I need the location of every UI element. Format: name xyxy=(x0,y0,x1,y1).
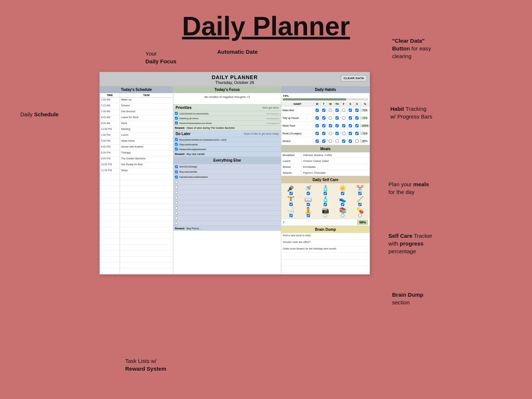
schedule-time xyxy=(100,198,120,203)
everything-checkbox[interactable] xyxy=(175,186,178,189)
habit-checkbox[interactable] xyxy=(355,109,359,112)
priority-checkbox[interactable] xyxy=(175,121,178,124)
selfcare-checkbox[interactable] xyxy=(289,214,293,217)
habit-check-2 xyxy=(327,114,334,121)
habit-checkbox[interactable] xyxy=(335,109,339,112)
habit-checkbox[interactable] xyxy=(322,116,325,120)
everything-checkbox[interactable] xyxy=(175,170,178,173)
schedule-task xyxy=(120,198,173,203)
everything-checkbox[interactable] xyxy=(175,196,178,199)
meal-type: Lunch xyxy=(281,159,302,163)
everything-checkbox[interactable] xyxy=(175,181,178,184)
schedule-time: 1:00 PM xyxy=(100,133,120,138)
everything-checkbox[interactable] xyxy=(175,191,178,194)
focus-header: Today's Focus xyxy=(173,86,281,93)
habits-col-s1: S xyxy=(347,102,354,106)
habit-checkbox[interactable] xyxy=(329,116,332,120)
habit-checkbox[interactable] xyxy=(355,116,359,120)
habit-checkbox[interactable] xyxy=(322,109,325,112)
habit-checkbox[interactable] xyxy=(355,132,359,135)
habit-checkbox[interactable] xyxy=(316,109,319,112)
habit-checkbox[interactable] xyxy=(335,140,339,143)
selfcare-checkbox[interactable] xyxy=(307,192,310,195)
habit-checkbox[interactable] xyxy=(349,116,352,120)
dolater-checkbox[interactable] xyxy=(175,148,178,151)
everything-checkbox[interactable] xyxy=(175,165,178,168)
selfcare-checkbox[interactable] xyxy=(324,192,327,195)
everything-checkbox[interactable] xyxy=(175,206,178,209)
habit-checkbox[interactable] xyxy=(335,132,339,135)
everything-checkbox[interactable] xyxy=(175,176,178,179)
schedule-time: 8:00 AM xyxy=(100,115,120,121)
habit-checkbox[interactable] xyxy=(329,109,332,112)
selfcare-checkbox[interactable] xyxy=(289,203,293,206)
habit-checkbox[interactable] xyxy=(316,132,319,135)
everything-checkbox[interactable] xyxy=(175,217,178,220)
habit-checkbox[interactable] xyxy=(329,132,332,135)
dolater-rows: Buy plane tickets to Colorado 11/3 – 11/… xyxy=(173,137,281,151)
habit-checkbox[interactable] xyxy=(349,132,352,135)
selfcare-checkbox[interactable] xyxy=(341,192,344,195)
selfcare-checkbox[interactable] xyxy=(341,214,344,217)
schedule-time xyxy=(100,215,120,221)
schedule-task xyxy=(120,186,173,191)
habit-pct: 71% xyxy=(360,116,370,120)
habit-checkbox[interactable] xyxy=(316,116,319,120)
habit-check-5 xyxy=(347,130,354,137)
habit-checkbox[interactable] xyxy=(316,140,319,143)
dolater-checkbox[interactable] xyxy=(175,143,178,146)
selfcare-checkbox[interactable] xyxy=(358,192,362,195)
habit-check-6 xyxy=(354,106,360,114)
priority-status: In Progress ▾ xyxy=(267,122,279,124)
everything-row xyxy=(173,210,281,215)
habit-checkbox[interactable] xyxy=(342,116,345,120)
habit-checkbox[interactable] xyxy=(342,140,345,143)
habit-checkbox[interactable] xyxy=(349,109,352,112)
priority-checkbox[interactable] xyxy=(175,117,178,120)
selfcare-checkbox[interactable] xyxy=(324,214,327,217)
dolater-text: Make CPA appointment xyxy=(179,148,279,151)
habit-checkbox[interactable] xyxy=(355,140,359,143)
dolater-row: Pay credit cards xyxy=(173,142,281,146)
everything-checkbox[interactable] xyxy=(175,212,178,215)
selfcare-checkbox[interactable] xyxy=(358,203,362,206)
everything-header: Everything Else xyxy=(173,157,281,164)
habits-col-pct: % xyxy=(360,102,370,106)
clear-data-button[interactable]: CLEAR DATA xyxy=(341,75,367,81)
selfcare-checkbox[interactable] xyxy=(341,203,344,206)
annotation-daily-schedule: Daily Schedule xyxy=(20,110,59,118)
habit-checkbox[interactable] xyxy=(342,109,345,112)
habit-checkbox[interactable] xyxy=(342,132,345,135)
habit-check-2 xyxy=(327,122,334,129)
schedule-task: Work xyxy=(120,121,173,127)
everything-checkbox[interactable] xyxy=(175,222,178,225)
selfcare-checkbox[interactable] xyxy=(307,203,310,206)
habit-checkbox[interactable] xyxy=(335,116,339,120)
everything-section: Everything Else Get Oil Change Buy new p… xyxy=(173,157,281,231)
habit-check-1 xyxy=(321,130,327,137)
selfcare-checkbox[interactable] xyxy=(307,214,310,217)
selfcare-icon: 🧴 xyxy=(322,185,329,192)
selfcare-checkbox[interactable] xyxy=(289,192,293,195)
priority-checkbox[interactable] xyxy=(175,112,178,115)
habit-check-4 xyxy=(341,130,347,137)
habit-checkbox[interactable] xyxy=(329,124,332,127)
habit-checkbox[interactable] xyxy=(329,140,332,143)
habit-checkbox[interactable] xyxy=(349,124,352,127)
habit-checkbox[interactable] xyxy=(349,140,352,143)
selfcare-checkbox[interactable] xyxy=(358,214,362,217)
habit-checkbox[interactable] xyxy=(335,124,339,127)
habit-checkbox[interactable] xyxy=(355,124,359,127)
habit-checkbox[interactable] xyxy=(322,124,325,127)
everything-checkbox[interactable] xyxy=(175,201,178,204)
habit-pct: 71% xyxy=(360,132,370,135)
habit-checkbox[interactable] xyxy=(322,132,325,135)
habit-checkbox[interactable] xyxy=(322,140,325,143)
dolater-checkbox[interactable] xyxy=(175,138,178,141)
habit-checkbox[interactable] xyxy=(316,124,319,127)
schedule-time: 6:00 PM xyxy=(100,145,120,150)
selfcare-checkbox[interactable] xyxy=(324,203,327,206)
habit-check-3 xyxy=(334,106,341,114)
habit-checkbox[interactable] xyxy=(342,124,345,127)
selfcare-section: Daily Self Care 🪮 🚿 🧴 ☀️ ✂️ 🏋️ 📖 🧴 👟 🧹 🛁… xyxy=(281,176,370,226)
